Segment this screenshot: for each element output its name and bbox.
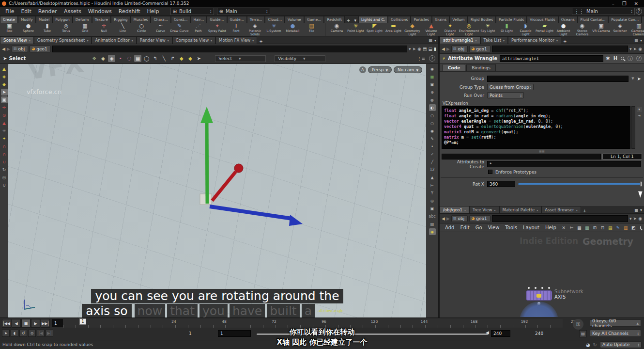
playbar-option-icon[interactable]: ◖ — [11, 330, 18, 337]
shelf-tab-menu-arrow[interactable]: ▾ — [352, 18, 358, 23]
shelf-tab[interactable]: Vellum — [449, 16, 467, 23]
display-option-icon[interactable]: ╱ — [429, 159, 436, 165]
shelf-tool[interactable]: ◗ Caustic Light — [516, 23, 535, 36]
shelf-tool[interactable]: ⋰ Path — [189, 23, 208, 36]
transport-button[interactable]: ▶▶| — [41, 319, 50, 328]
shelf-tab[interactable]: Create — [0, 16, 18, 23]
shelf-tool[interactable]: ◎ Environment Light — [460, 23, 478, 36]
pane-layout-icon[interactable]: ▦ — [634, 38, 638, 43]
viewport-tool-icon[interactable]: ✛ — [1, 104, 8, 111]
shelf-tool[interactable]: ✦ Distant Light — [441, 23, 460, 36]
attributes-to-create-field[interactable]: * — [487, 161, 641, 167]
display-option-icon[interactable]: ◐ — [429, 104, 436, 111]
viewport-tool-icon[interactable]: ∪ — [1, 159, 8, 165]
path-obj-chip[interactable]: ⊟obj — [451, 46, 468, 52]
expand-editor-icon[interactable]: ▾ — [637, 107, 642, 112]
display-option-icon[interactable]: ◉ — [429, 127, 436, 134]
shelf-tool[interactable]: ◆ Geometry Light — [403, 23, 422, 36]
viewport-tool-icon[interactable]: ↻ — [1, 166, 8, 173]
shelf-tab[interactable]: Hair... — [190, 16, 207, 23]
selection-mode-icon[interactable]: ▦ — [134, 55, 141, 62]
path-geo-chip[interactable]: ◕geo1 — [469, 215, 490, 222]
shelf-tab[interactable]: Muscles — [131, 16, 151, 23]
rot-x-slider-handle[interactable] — [640, 181, 642, 187]
node-input-dot[interactable] — [541, 287, 543, 289]
shelf-tab[interactable]: Guide... — [207, 16, 227, 23]
shelf-tab[interactable]: Cloud... — [265, 16, 285, 23]
pane-tab[interactable]: attribwrangle1▾ — [440, 36, 480, 44]
viewport-tool-icon[interactable]: ◆ — [1, 81, 8, 88]
display-option-icon[interactable]: ◉ — [429, 65, 436, 72]
persp-dropdown[interactable]: Persp▼ — [368, 66, 392, 73]
shelf-tool[interactable]: ▤ File — [302, 23, 321, 36]
shelf-tab[interactable]: Grains — [432, 16, 449, 23]
shelf-tool[interactable]: ◈ Platonic Solids — [245, 23, 264, 36]
shelf-tool[interactable]: ▰ Portal Light — [535, 23, 554, 36]
pane-layout-icon[interactable]: ▦ — [429, 38, 432, 43]
pane-tab[interactable]: Asset Browser▾ — [541, 206, 581, 213]
viewport-tool-icon[interactable]: ✦ — [1, 135, 8, 142]
selection-mode-icon[interactable]: ➤ — [195, 55, 202, 62]
pin-icon[interactable]: ➤ — [413, 47, 416, 51]
shelf-tool[interactable]: ◉ Stereo Camera — [573, 23, 592, 36]
network-toolbar-icon[interactable]: ▦ — [576, 225, 583, 230]
viewport-tool-icon[interactable]: ➤ — [1, 89, 8, 95]
link-icon[interactable]: ◉ — [638, 216, 642, 221]
nav-back-button[interactable]: ◀ — [442, 47, 445, 51]
group-field[interactable] — [487, 76, 629, 82]
pane-menu-arrow[interactable]: ▾ — [434, 38, 436, 43]
tab-dropdown-icon[interactable]: ▾ — [211, 39, 212, 42]
menu-item[interactable]: Assets — [61, 8, 85, 15]
playbar-option-icon[interactable]: ➤ — [2, 330, 10, 337]
shelf-tool[interactable]: ☀ Sky Light — [478, 23, 497, 36]
main-select[interactable]: ⊕ Main ▴▾ — [217, 8, 270, 15]
menu-item[interactable]: Windows — [85, 8, 115, 15]
group-type-dropdown[interactable]: Guess from Group▴▾ — [487, 84, 534, 90]
scope-channels-icon[interactable]: ▤ — [579, 330, 587, 337]
shelf-tab[interactable]: Chara... — [151, 16, 170, 23]
menu-item[interactable]: File — [2, 8, 17, 15]
help-button[interactable]: ? — [636, 8, 642, 15]
transport-button[interactable]: ◀ — [12, 319, 21, 328]
network-menu-item[interactable]: Add — [442, 225, 457, 230]
display-option-icon[interactable]: ◎ — [429, 197, 436, 204]
display-option-icon[interactable]: ▲ — [429, 174, 436, 181]
selection-mode-icon[interactable]: ↱ — [169, 55, 176, 62]
cube2-icon[interactable]: ⬓ — [429, 47, 433, 51]
display-option-icon[interactable]: ○ — [429, 112, 436, 119]
display-option-icon[interactable]: ▣ — [429, 205, 436, 212]
tab-dropdown-icon[interactable]: ▾ — [464, 208, 466, 212]
viewport-tool-icon[interactable]: ▲ — [1, 65, 8, 72]
network-toolbar-icon[interactable]: ▥ — [622, 225, 629, 230]
playhead-marker[interactable]: 1 — [79, 318, 86, 325]
selection-mode-icon[interactable]: ◈ — [108, 55, 115, 62]
display-option-icon[interactable]: ⊕ — [429, 89, 436, 95]
shelf-tool[interactable]: ╲ Line — [113, 23, 132, 36]
pane-tab[interactable]: Animation Editor▾ — [92, 36, 136, 44]
shelf-tab[interactable]: Collisions — [388, 16, 411, 23]
help-icon[interactable]: ? — [636, 56, 642, 61]
network-toolbar-icon[interactable]: ▩ — [583, 225, 591, 230]
shelf-tool[interactable]: ✳ Point Light — [346, 23, 365, 36]
selection-mode-icon[interactable]: ◆ — [99, 55, 107, 62]
range-start-field[interactable]: 1 — [218, 330, 251, 337]
shelf-tab[interactable]: Guide... — [227, 16, 247, 23]
menu-item[interactable]: Render — [35, 8, 61, 15]
shelf-tool[interactable]: ◎ Torus — [57, 23, 76, 36]
tab-dropdown-icon[interactable]: ▾ — [475, 39, 477, 42]
shelf-tool[interactable]: ● Metaball — [283, 23, 302, 36]
display-option-icon[interactable]: ○ — [429, 120, 436, 127]
shelf-add-tab-button[interactable]: + — [345, 18, 353, 23]
network-canvas[interactable]: Indie Edition Geometry Subnetwork AXIS — [440, 232, 644, 317]
pane-tab[interactable]: Material Palette▾ — [499, 206, 542, 213]
display-option-icon[interactable]: ⊢ — [429, 182, 436, 189]
path-input[interactable] — [492, 46, 628, 52]
shelf-tool[interactable]: ● Sphere — [19, 23, 38, 36]
shelf-tool[interactable]: ▥ Gamepad Camera — [629, 23, 644, 36]
gear-icon[interactable]: ✱ — [606, 56, 610, 61]
nav-forward-button[interactable]: ▶ — [7, 47, 10, 51]
tab-dropdown-icon[interactable]: ▾ — [29, 39, 31, 42]
shelf-tool[interactable]: ✦ Spray Paint — [208, 23, 227, 36]
display-option-icon[interactable]: ● — [429, 96, 436, 103]
shelf-tab[interactable]: Particles — [411, 16, 432, 23]
